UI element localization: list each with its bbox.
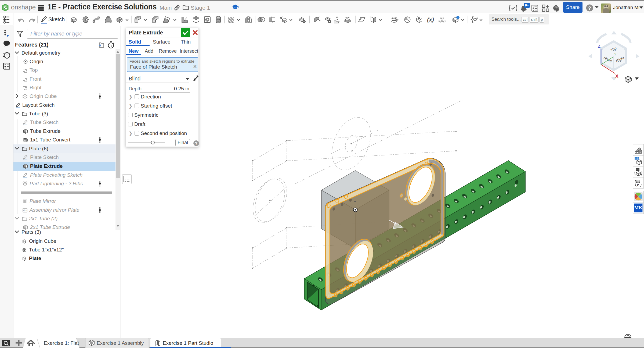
svg-text:Z: Z bbox=[598, 44, 600, 49]
svg-text:X: X bbox=[615, 74, 618, 79]
svg-text:?: ? bbox=[588, 6, 591, 11]
svg-text:(x): (x) bbox=[427, 16, 434, 23]
svg-text:Exercise 1 Part Studio: Exercise 1 Part Studio bbox=[163, 340, 213, 346]
svg-text:x: x bbox=[636, 183, 639, 187]
svg-text:Sketch: Sketch bbox=[48, 16, 65, 22]
svg-text:Exercise 1: Flat: Exercise 1: Flat bbox=[44, 340, 79, 346]
svg-text:Y: Y bbox=[614, 52, 617, 56]
svg-text:Exercise 1 Assembly: Exercise 1 Assembly bbox=[97, 340, 144, 346]
svg-text:i: i bbox=[458, 16, 458, 19]
